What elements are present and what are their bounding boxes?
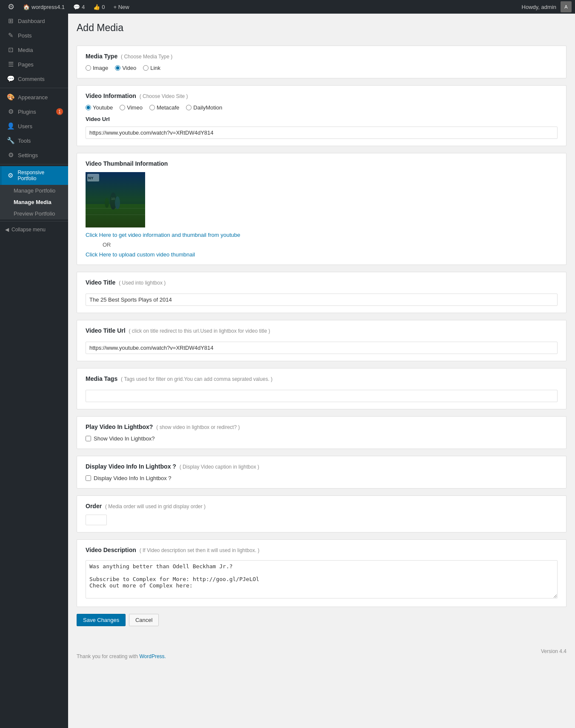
plugins-badge: 1	[56, 108, 63, 115]
admin-bar: ⚙ 🏠 wordpress4.1 💬 4 👍 0 + New Howdy, ad…	[0, 0, 575, 14]
video-site-radio-group: Youtube Vimeo Metacafe DailyMotion	[86, 104, 558, 111]
sidebar-item-appearance[interactable]: 🎨 Appearance	[0, 90, 68, 104]
dashboard-icon: ⊞	[7, 17, 14, 25]
sidebar-item-manage-portfolio[interactable]: Manage Portfolio	[0, 185, 68, 196]
sidebar-item-plugins[interactable]: ⚙ Plugins 1	[0, 104, 68, 119]
sidebar-item-label: Plugins	[18, 109, 36, 115]
media-type-link[interactable]: Link	[143, 65, 160, 71]
play-lightbox-checkbox[interactable]	[86, 436, 91, 441]
ping-count: 0	[102, 4, 105, 10]
svg-rect-9	[87, 174, 99, 181]
site-name-label: wordpress4.1	[31, 4, 65, 10]
new-content-button[interactable]: + New	[109, 0, 134, 14]
sidebar-item-dashboard[interactable]: ⊞ Dashboard	[0, 14, 68, 28]
sidebar-item-users[interactable]: 👤 Users	[0, 119, 68, 133]
svg-text:10: 10	[111, 197, 115, 201]
svg-point-6	[115, 196, 120, 209]
youtube-label: Youtube	[93, 104, 113, 111]
video-title-url-heading: Video Title Url ( click on title redirec…	[86, 327, 558, 334]
site-name-button[interactable]: 🏠 wordpress4.1	[19, 0, 69, 14]
footer-text: Thank you for creating with WordPress.	[77, 653, 166, 659]
preview-portfolio-label: Preview Portfolio	[14, 210, 55, 217]
svg-rect-4	[86, 172, 145, 204]
settings-icon: ⚙	[7, 151, 14, 159]
media-tags-heading: Media Tags ( Tags used for filter on gri…	[86, 375, 558, 382]
video-description-textarea[interactable]	[86, 560, 558, 599]
video-title-card: Video Title ( Used into lightbox )	[77, 272, 566, 313]
sidebar-item-pages[interactable]: ☰ Pages	[0, 57, 68, 72]
appearance-icon: 🎨	[7, 93, 14, 101]
sidebar-item-manage-media[interactable]: Manage Media	[0, 196, 68, 208]
tools-icon: 🔧	[7, 137, 14, 144]
comments-icon: 💬	[7, 75, 14, 83]
video-thumbnail-card: Video Thumbnail Information	[77, 153, 566, 265]
ping-icon: 👍	[93, 4, 100, 10]
footer-wordpress-link[interactable]: WordPress.	[139, 653, 166, 659]
get-thumbnail-link[interactable]: Click Here to get video information and …	[86, 232, 240, 238]
sidebar-item-media[interactable]: ⊡ Media	[0, 43, 68, 57]
media-type-title: Media Type ( Choose Media Type )	[86, 53, 558, 60]
plugins-icon: ⚙	[7, 108, 14, 115]
sidebar-item-preview-portfolio[interactable]: Preview Portfolio	[0, 208, 68, 219]
play-lightbox-card: Play Video In Lightbox? ( show video in …	[77, 416, 566, 449]
video-site-vimeo[interactable]: Vimeo	[120, 104, 143, 111]
dailymotion-label: DailyMotion	[193, 104, 222, 111]
cancel-button[interactable]: Cancel	[129, 614, 159, 626]
collapse-icon: ◀	[5, 227, 9, 233]
sidebar-item-tools[interactable]: 🔧 Tools	[0, 133, 68, 148]
manage-media-label: Manage Media	[14, 199, 51, 205]
media-tags-card: Media Tags ( Tags used for filter on gri…	[77, 368, 566, 409]
order-input[interactable]	[86, 515, 107, 525]
sidebar-item-comments[interactable]: 💬 Comments	[0, 72, 68, 86]
display-info-lightbox-checkbox[interactable]	[86, 475, 91, 481]
comments-button[interactable]: 💬 4	[69, 0, 89, 14]
media-tags-input[interactable]	[86, 390, 558, 402]
sidebar-item-posts[interactable]: ✎ Posts	[0, 28, 68, 43]
media-type-image[interactable]: Image	[86, 65, 108, 71]
video-site-youtube[interactable]: Youtube	[86, 104, 113, 111]
pages-icon: ☰	[7, 60, 14, 68]
play-lightbox-heading: Play Video In Lightbox? ( show video in …	[86, 423, 558, 430]
display-info-lightbox-heading: Display Video Info In Lightbox ? ( Displ…	[86, 463, 558, 470]
sidebar: ⊞ Dashboard ✎ Posts ⊡ Media ☰ Pages 💬 Co…	[0, 14, 68, 728]
posts-icon: ✎	[7, 32, 14, 39]
wp-logo-button[interactable]: ⚙	[3, 0, 19, 14]
video-url-input[interactable]	[86, 127, 558, 139]
order-card: Order ( Media order will used in grid di…	[77, 495, 566, 532]
display-info-lightbox-checkbox-label[interactable]: Display Video Info In Lightbox ?	[86, 475, 558, 481]
video-site-dailymotion[interactable]: DailyMotion	[186, 104, 222, 111]
users-icon: 👤	[7, 122, 14, 130]
play-lightbox-label: Show Video In Lightbox?	[94, 435, 155, 442]
sidebar-item-responsive-portfolio[interactable]: ⚙ Responsive Portfolio	[0, 166, 68, 185]
video-thumbnail-title: Video Thumbnail Information	[86, 160, 558, 167]
avatar[interactable]: A	[561, 1, 572, 12]
video-site-metacafe[interactable]: Metacafe	[149, 104, 179, 111]
video-description-heading: Video Description ( If Video description…	[86, 547, 558, 553]
video-title-url-input[interactable]	[86, 342, 558, 354]
vimeo-label: Vimeo	[127, 104, 143, 111]
video-title-url-card: Video Title Url ( click on title redirec…	[77, 320, 566, 361]
play-lightbox-checkbox-label[interactable]: Show Video In Lightbox?	[86, 435, 558, 442]
media-type-video[interactable]: Video	[115, 65, 136, 71]
main-content: Add Media Media Type ( Choose Media Type…	[68, 14, 575, 728]
sidebar-item-label: Responsive Portfolio	[17, 170, 63, 181]
video-info-card: Video Information ( Choose Video Site ) …	[77, 85, 566, 146]
collapse-menu-button[interactable]: ◀ Collapse menu	[0, 223, 68, 236]
action-buttons: Save Changes Cancel	[77, 614, 566, 626]
sidebar-item-label: Posts	[18, 32, 32, 39]
save-changes-button[interactable]: Save Changes	[77, 614, 126, 626]
sidebar-item-label: Media	[18, 47, 33, 53]
page-title: Add Media	[77, 22, 566, 37]
responsive-portfolio-icon: ⚙	[7, 172, 14, 179]
comment-icon: 💬	[73, 4, 80, 10]
video-info-title: Video Information ( Choose Video Site )	[86, 92, 558, 99]
order-heading: Order ( Media order will used in grid di…	[86, 503, 558, 509]
video-url-label: Video Url	[86, 116, 110, 122]
video-title-input[interactable]	[86, 294, 558, 306]
sidebar-item-settings[interactable]: ⚙ Settings	[0, 148, 68, 162]
comment-count: 4	[82, 4, 85, 10]
footer-version: Version 4.4	[541, 648, 566, 654]
ping-button[interactable]: 👍 0	[89, 0, 109, 14]
svg-point-7	[105, 198, 109, 208]
upload-thumbnail-link[interactable]: Click Here to upload custom video thumbn…	[86, 251, 195, 258]
